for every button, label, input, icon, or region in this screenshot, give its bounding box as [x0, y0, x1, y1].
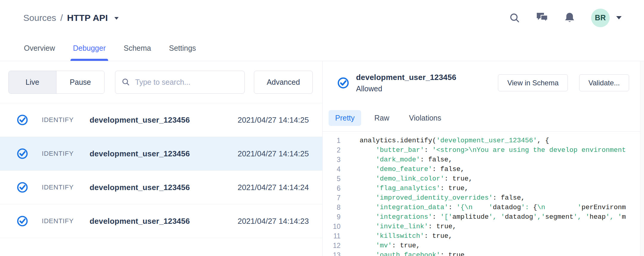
- line-number: 11: [323, 231, 341, 241]
- code-text: 'demo_link_color': true,: [360, 174, 473, 183]
- breadcrumb: Sources / HTTP API: [23, 13, 119, 23]
- line-number: 12: [323, 241, 341, 250]
- event-row[interactable]: IDENTIFY development_user_123456 2021/04…: [0, 204, 322, 238]
- line-number: 3: [323, 155, 341, 164]
- code-line: 13 'oauth_facebook': true,: [323, 250, 644, 256]
- breadcrumb-sources-link[interactable]: Sources: [23, 13, 56, 23]
- code-text: 'demo_feature': false,: [360, 164, 464, 174]
- tab-schema[interactable]: Schema: [123, 36, 152, 61]
- live-pause-toggle: Live Pause: [8, 71, 105, 94]
- event-row[interactable]: IDENTIFY development_user_123456 2021/04…: [0, 171, 322, 204]
- line-number: 6: [323, 183, 341, 193]
- code-line: 3 'dark_mode': false,: [323, 155, 644, 164]
- code-text: analytics.identify('development_user_123…: [360, 136, 549, 145]
- line-number: 5: [323, 174, 341, 183]
- code-line: 9 'integrations': '['amplitude', 'datado…: [323, 212, 644, 222]
- event-name: development_user_123456: [90, 183, 237, 192]
- event-list: IDENTIFY development_user_123456 2021/04…: [0, 103, 322, 256]
- header-top: Sources / HTTP API BR: [0, 0, 644, 36]
- validate-button[interactable]: Validate...: [579, 74, 629, 91]
- event-search: [115, 71, 245, 94]
- line-number: 13: [323, 250, 341, 256]
- tab-raw[interactable]: Raw: [368, 110, 396, 126]
- live-button[interactable]: Live: [9, 71, 56, 93]
- code-text: 'oauth_facebook': true,: [360, 250, 469, 256]
- pause-button[interactable]: Pause: [56, 71, 104, 93]
- code-line: 6 'flag_analytics': true,: [323, 183, 644, 193]
- code-line: 5 'demo_link_color': true,: [323, 174, 644, 183]
- code-text: 'invite_link': true,: [360, 222, 456, 231]
- event-name: development_user_123456: [90, 115, 237, 125]
- breadcrumb-current-source: HTTP API: [67, 13, 108, 23]
- code-line: 10 'invite_link': true,: [323, 222, 644, 231]
- event-row[interactable]: IDENTIFY development_user_123456 2021/04…: [0, 103, 322, 137]
- code-line: 4 'demo_feature': false,: [323, 164, 644, 174]
- allowed-check-icon: [16, 148, 28, 160]
- app-window: Sources / HTTP API BR: [0, 0, 644, 256]
- code-text: 'mv': true,: [360, 241, 420, 250]
- bell-icon[interactable]: [564, 12, 576, 24]
- allowed-check-icon: [16, 114, 28, 126]
- code-text: 'butter_bar': '<strong>\nYou are using t…: [360, 145, 626, 155]
- event-name: development_user_123456: [90, 149, 237, 158]
- event-detail-title: development_user_123456: [356, 73, 456, 82]
- event-row-selected[interactable]: IDENTIFY development_user_123456 2021/04…: [0, 137, 322, 171]
- scrollbar[interactable]: [640, 61, 644, 256]
- line-number: 7: [323, 193, 341, 203]
- code-line: 1analytics.identify('development_user_12…: [323, 136, 644, 145]
- code-viewer[interactable]: 1analytics.identify('development_user_12…: [323, 132, 644, 256]
- detail-tabs: Pretty Raw Violations: [323, 104, 644, 132]
- line-number: 1: [323, 136, 341, 145]
- event-detail-panel: development_user_123456 Allowed View in …: [323, 61, 644, 256]
- detail-header: development_user_123456 Allowed View in …: [323, 61, 644, 104]
- event-detail-status: Allowed: [356, 84, 456, 93]
- line-number: 9: [323, 212, 341, 222]
- search-icon[interactable]: [509, 12, 521, 24]
- advanced-button[interactable]: Advanced: [254, 71, 313, 94]
- account-menu[interactable]: BR: [591, 9, 622, 27]
- event-type: IDENTIFY: [42, 116, 90, 124]
- debugger-event-panel: Live Pause Advanced IDENTIFY development…: [0, 61, 323, 256]
- code-text: 'dark_mode': false,: [360, 155, 453, 164]
- view-in-schema-button[interactable]: View in Schema: [498, 74, 568, 91]
- event-time: 2021/04/27 14:14:24: [237, 183, 309, 192]
- line-number: 8: [323, 203, 341, 212]
- tab-debugger[interactable]: Debugger: [72, 36, 106, 61]
- code-text: 'integrations': '['amplitude', 'datadog'…: [360, 212, 626, 222]
- tab-overview[interactable]: Overview: [23, 36, 56, 61]
- code-text: 'flag_analytics': true,: [360, 183, 469, 193]
- code-lines: 1analytics.identify('development_user_12…: [323, 136, 644, 256]
- account-caret-icon[interactable]: [616, 16, 622, 19]
- tab-violations[interactable]: Violations: [402, 110, 448, 126]
- code-line: 8 'integration_data': '{\n 'datadog': {\…: [323, 203, 644, 212]
- code-text: 'improved_identity_overrides': false,: [360, 193, 525, 203]
- avatar[interactable]: BR: [591, 9, 610, 27]
- code-line: 12 'mv': true,: [323, 241, 644, 250]
- event-type: IDENTIFY: [42, 183, 90, 191]
- header-actions: BR: [509, 9, 622, 27]
- search-input[interactable]: [135, 78, 238, 87]
- breadcrumb-separator: /: [60, 13, 63, 23]
- allowed-check-icon: [16, 181, 28, 193]
- code-line: 7 'improved_identity_overrides': false,: [323, 193, 644, 203]
- event-time: 2021/04/27 14:14:23: [237, 217, 309, 226]
- event-time: 2021/04/27 14:14:25: [237, 149, 309, 158]
- line-number: 4: [323, 164, 341, 174]
- tab-settings[interactable]: Settings: [168, 36, 197, 61]
- tab-pretty[interactable]: Pretty: [329, 110, 361, 126]
- line-number: 2: [323, 145, 341, 155]
- header: Sources / HTTP API BR: [0, 0, 644, 61]
- code-line: 11 'killswitch': true,: [323, 231, 644, 241]
- event-time: 2021/04/27 14:14:25: [237, 115, 309, 125]
- chat-icon[interactable]: [536, 12, 548, 24]
- source-dropdown-caret-icon[interactable]: [114, 17, 119, 20]
- detail-buttons: View in Schema Validate...: [498, 74, 629, 91]
- event-name: development_user_123456: [90, 217, 237, 226]
- code-line: 2 'butter_bar': '<strong>\nYou are using…: [323, 145, 644, 155]
- detail-titles: development_user_123456 Allowed: [356, 73, 456, 93]
- line-number: 10: [323, 222, 341, 231]
- code-text: 'integration_data': '{\n 'datadog': {\n …: [360, 203, 626, 212]
- stream-controls: Live Pause Advanced: [0, 61, 322, 103]
- allowed-check-icon: [16, 215, 28, 227]
- main: Live Pause Advanced IDENTIFY development…: [0, 61, 644, 256]
